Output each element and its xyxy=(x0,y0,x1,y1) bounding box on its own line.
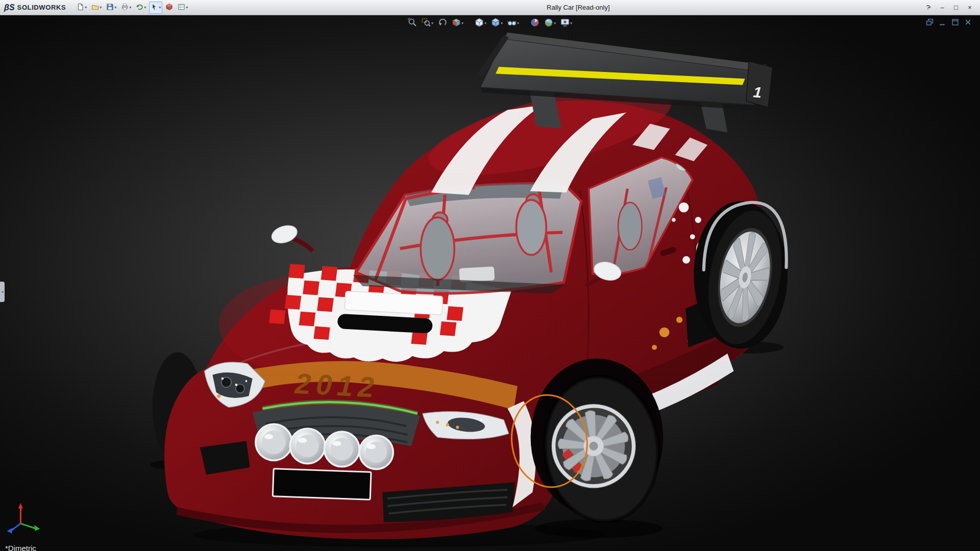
print-icon xyxy=(121,3,129,12)
maximize-icon: □ xyxy=(954,4,958,11)
doc-close-button[interactable] xyxy=(964,18,972,28)
zoom-to-area-icon xyxy=(422,18,431,29)
save-button[interactable]: ▾ xyxy=(105,2,118,14)
previous-view-button[interactable] xyxy=(437,17,448,30)
dropdown-caret-icon: ▾ xyxy=(461,21,463,26)
help-button[interactable]: ? ▾ xyxy=(922,3,935,13)
view-orientation-button[interactable]: ▾ xyxy=(474,17,487,30)
zoom-to-fit-icon xyxy=(408,18,417,29)
dropdown-caret-icon: ▾ xyxy=(570,21,572,26)
select-cursor-icon xyxy=(151,3,158,12)
undo-button[interactable]: ▾ xyxy=(134,2,148,14)
dropdown-caret-icon: ▾ xyxy=(144,6,146,10)
solidworks-logo-mark: βS xyxy=(4,3,15,12)
dropdown-caret-icon: ▾ xyxy=(114,6,116,10)
headsup-view-toolbar: ▾ ▾ ▾ ▾ ▾ ▾ ▾ xyxy=(407,17,573,30)
edit-appearance-icon xyxy=(530,18,540,29)
component-icon xyxy=(165,3,173,12)
undo-icon xyxy=(136,3,143,12)
dropdown-caret-icon: ▾ xyxy=(554,21,556,26)
hide-show-items-button[interactable]: ▾ xyxy=(506,17,520,30)
open-document-button[interactable]: ▾ xyxy=(90,2,103,14)
dropdown-caret-icon: ▾ xyxy=(517,21,519,26)
dropdown-caret-icon: ▾ xyxy=(159,6,161,10)
doc-minimize-button[interactable] xyxy=(939,18,946,28)
zoom-to-fit-button[interactable] xyxy=(407,17,418,30)
dropdown-caret-icon: ▾ xyxy=(186,6,188,10)
display-style-button[interactable]: ▾ xyxy=(490,17,504,30)
dropdown-caret-icon: ▾ xyxy=(85,6,87,10)
edit-appearance-button[interactable] xyxy=(529,17,541,30)
section-view-icon xyxy=(452,18,461,29)
maximize-button[interactable]: □ xyxy=(950,3,962,13)
insert-component-button[interactable] xyxy=(164,2,175,14)
window-controls: ? ▾ – □ × xyxy=(922,3,976,13)
featuremanager-collapse-tab[interactable]: ◄ xyxy=(0,282,5,302)
view-settings-icon xyxy=(560,18,570,29)
zoom-to-area-button[interactable]: ▾ xyxy=(421,17,434,30)
graphics-area[interactable] xyxy=(0,15,980,551)
options-button[interactable]: ▾ xyxy=(176,2,189,14)
open-folder-icon xyxy=(91,3,99,12)
new-document-button[interactable]: ▾ xyxy=(75,2,88,14)
apply-scene-button[interactable]: ▾ xyxy=(543,17,557,30)
close-icon: × xyxy=(968,4,972,11)
solidworks-logo-text: SOLIDWORKS xyxy=(17,4,66,11)
title-bar: βS SOLIDWORKS ▾ ▾ ▾ ▾ ▾ ▾ xyxy=(0,0,980,15)
options-sheet-icon xyxy=(178,3,185,12)
doc-new-window-button[interactable] xyxy=(926,18,934,28)
close-button[interactable]: × xyxy=(964,3,976,13)
dropdown-caret-icon: ▾ xyxy=(100,6,102,10)
new-document-icon xyxy=(77,3,84,12)
section-view-button[interactable]: ▾ xyxy=(451,17,464,30)
dropdown-caret-icon: ▾ xyxy=(501,21,503,26)
dropdown-caret-icon: ▾ xyxy=(929,6,931,10)
minimize-button[interactable]: – xyxy=(936,3,948,13)
minimize-icon: – xyxy=(940,4,944,11)
previous-view-icon xyxy=(438,18,447,29)
standard-toolbar: ▾ ▾ ▾ ▾ ▾ ▾ ▾ xyxy=(75,2,189,14)
collapse-arrow-icon: ◄ xyxy=(1,290,4,293)
dropdown-caret-icon: ▾ xyxy=(129,6,131,10)
dropdown-caret-icon: ▾ xyxy=(431,21,433,26)
view-orientation-icon xyxy=(475,18,484,29)
document-title: Rally Car [Read-only] xyxy=(547,4,610,11)
document-window-controls xyxy=(926,18,972,28)
doc-restore-button[interactable] xyxy=(951,18,959,28)
view-orientation-label: *Dimetric xyxy=(5,544,36,551)
apply-scene-icon xyxy=(544,18,553,29)
select-button[interactable]: ▾ xyxy=(149,2,162,14)
hide-show-items-icon xyxy=(507,18,517,29)
view-settings-button[interactable]: ▾ xyxy=(559,17,573,30)
save-icon xyxy=(106,3,114,12)
dropdown-caret-icon: ▾ xyxy=(484,21,486,26)
solidworks-logo: βS SOLIDWORKS xyxy=(4,3,66,12)
display-style-icon xyxy=(491,18,500,29)
print-button[interactable]: ▾ xyxy=(119,2,133,14)
